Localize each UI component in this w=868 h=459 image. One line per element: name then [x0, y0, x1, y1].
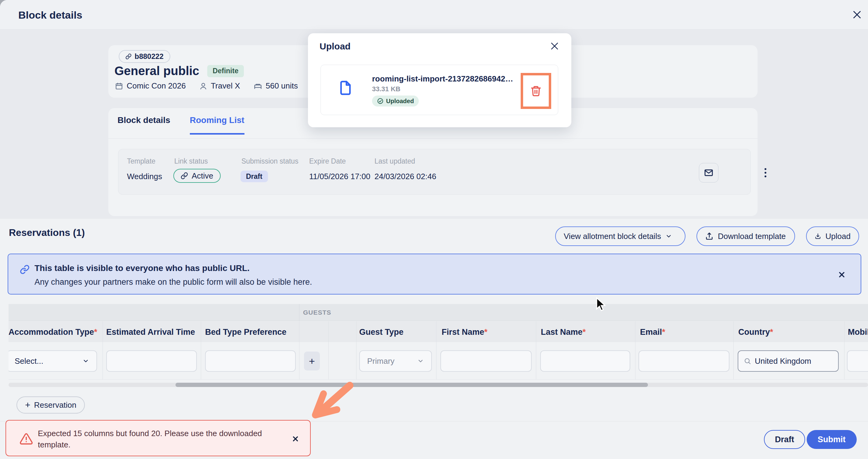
banner-close-button[interactable]	[836, 269, 847, 280]
view-allotment-button[interactable]: View allotment block details	[555, 226, 685, 246]
header-email: Email*	[640, 328, 665, 337]
file-size: 33.31 KB	[372, 85, 400, 93]
panel-close-button[interactable]	[850, 8, 864, 21]
submit-button[interactable]: Submit	[807, 430, 857, 449]
event-meta: Comic Con 2026	[115, 81, 186, 91]
block-details-panel: Block details b880222 General public Def…	[0, 0, 868, 459]
page-title: Block details	[18, 9, 83, 21]
horizontal-scrollbar-track[interactable]	[8, 383, 868, 387]
trash-icon	[530, 85, 542, 97]
upload-label: Upload	[826, 232, 850, 241]
guest-type-value: Primary	[367, 357, 395, 366]
first-name-input[interactable]	[440, 350, 532, 372]
modal-close-button[interactable]	[549, 40, 561, 52]
view-allotment-label: View allotment block details	[564, 232, 661, 241]
upload-icon	[814, 232, 821, 241]
download-template-icon	[705, 232, 714, 241]
status-badge: Definite	[207, 65, 244, 77]
calendar-icon	[115, 82, 123, 90]
header-country: Country*	[738, 328, 773, 337]
topbar: Block details	[0, 0, 868, 30]
event-name: Comic Con 2026	[127, 81, 186, 91]
reservations-table: GUESTS Accommodation Type* Estimated Arr…	[8, 304, 868, 381]
public-url-banner: This table is visible to everyone who ha…	[8, 254, 861, 295]
col-label-submission: Submission status	[241, 157, 299, 165]
link-icon	[20, 265, 30, 274]
email-input[interactable]	[639, 350, 730, 372]
row-menu-button[interactable]	[760, 165, 772, 180]
link-status-value: Active	[192, 171, 213, 181]
file-name: rooming-list-import-2137282686942…	[372, 74, 513, 84]
close-icon	[851, 9, 863, 20]
block-id-badge[interactable]: b880222	[119, 50, 170, 63]
guest-type-select[interactable]: Primary	[359, 350, 432, 372]
header-first-name: First Name*	[442, 328, 488, 337]
mobile-input[interactable]	[847, 350, 868, 372]
file-icon	[338, 79, 353, 97]
tab-bar: Block details Rooming List	[118, 115, 245, 134]
bed-type-input[interactable]	[205, 350, 296, 372]
header-last-name: Last Name*	[541, 328, 586, 337]
file-status-label: Uploaded	[386, 98, 414, 105]
tab-rooming-list[interactable]: Rooming List	[190, 115, 245, 134]
accommodation-type-select[interactable]: Select...	[8, 350, 97, 372]
delete-file-button[interactable]	[521, 73, 551, 109]
template-value: Weddings	[127, 172, 162, 181]
warning-icon	[20, 432, 33, 446]
block-id: b880222	[134, 52, 163, 61]
expire-date-value: 11/05/2026 17:00	[309, 172, 370, 181]
plus-icon: +	[25, 400, 31, 409]
col-label-expire: Expire Date	[309, 157, 346, 165]
table-header-row: Accommodation Type* Estimated Arrival Ti…	[8, 322, 868, 342]
last-name-input[interactable]	[540, 350, 630, 372]
banner-title: This table is visible to everyone who ha…	[34, 264, 250, 273]
last-updated-value: 24/03/2026 02:46	[374, 172, 436, 181]
country-value: United Kingdom	[755, 357, 811, 366]
header-estimated-arrival: Estimated Arrival Time	[106, 328, 195, 337]
link-icon	[125, 53, 131, 60]
download-template-button[interactable]: Download template	[696, 226, 795, 246]
guests-group-label: GUESTS	[303, 309, 331, 316]
draft-button[interactable]: Draft	[764, 430, 805, 449]
link-status-pill: Active	[173, 169, 221, 183]
link-icon	[181, 172, 188, 179]
partner-meta: Travel X	[199, 81, 240, 91]
error-toast-message: Expected 15 columns but found 20. Please…	[38, 428, 270, 451]
upload-modal: Upload rooming-list-import-2137282686942…	[308, 33, 571, 127]
tab-block-details[interactable]: Block details	[118, 115, 170, 134]
error-toast: Expected 15 columns but found 20. Please…	[5, 420, 311, 456]
units-value: 560 units	[266, 81, 298, 91]
units-meta: 560 units	[254, 81, 298, 91]
estimated-arrival-input[interactable]	[106, 350, 197, 372]
send-email-button[interactable]	[699, 163, 718, 183]
close-icon	[837, 270, 846, 279]
chevron-down-icon	[417, 358, 424, 364]
close-icon	[291, 435, 300, 443]
close-icon	[549, 41, 560, 51]
rooming-list-summary-card: Template Link status Submission status E…	[118, 149, 751, 195]
uploaded-file-card: rooming-list-import-2137282686942… 33.31…	[320, 65, 558, 115]
download-template-label: Download template	[718, 232, 786, 241]
modal-title: Upload	[319, 41, 351, 52]
add-guest-button[interactable]: +	[304, 351, 320, 370]
col-label-template: Template	[127, 157, 155, 165]
block-meta: Comic Con 2026 Travel X 560 units	[115, 81, 298, 91]
search-icon	[744, 357, 751, 365]
add-reservation-label: Reservation	[34, 400, 76, 410]
toast-close-button[interactable]	[290, 433, 301, 445]
chevron-down-icon	[83, 358, 89, 364]
horizontal-scrollbar-thumb[interactable]	[176, 383, 648, 387]
header-bed-type: Bed Type Preference	[205, 328, 287, 337]
partner-name: Travel X	[211, 81, 240, 91]
accommodation-type-value: Select...	[14, 357, 43, 366]
country-input[interactable]: United Kingdom	[738, 350, 839, 372]
banner-subtitle: Any changes your partners make on the pu…	[34, 277, 312, 287]
reservations-heading: Reservations (1)	[9, 227, 85, 238]
tabs-divider	[108, 138, 757, 139]
header-accommodation-type: Accommodation Type*	[8, 328, 97, 337]
upload-button[interactable]: Upload	[806, 226, 859, 246]
check-circle-icon	[377, 98, 384, 104]
agent-icon	[199, 82, 207, 90]
chevron-down-icon	[665, 233, 672, 240]
add-reservation-button[interactable]: + Reservation	[17, 396, 85, 414]
